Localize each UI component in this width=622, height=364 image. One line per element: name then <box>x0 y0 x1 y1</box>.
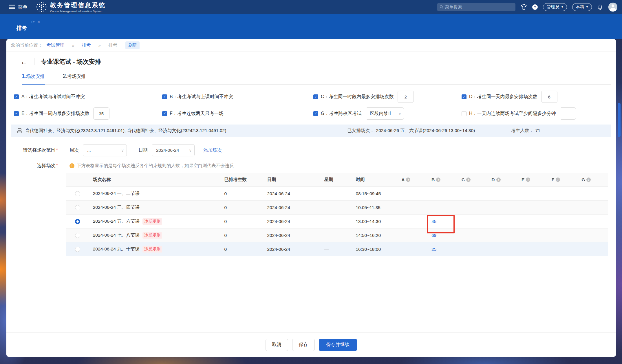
violation-count-link[interactable]: 45 <box>431 219 436 224</box>
rule-d-checkbox[interactable]: ✓ <box>462 94 466 99</box>
session-radio[interactable] <box>75 247 80 252</box>
menu-label[interactable]: 菜单 <box>18 4 28 10</box>
campus-label: 本科 <box>576 4 584 10</box>
scheduled-count-cell: 0 <box>221 191 264 196</box>
rule-e-checkbox[interactable]: ✓ <box>14 111 19 116</box>
week-select-value: ... <box>87 148 91 153</box>
step-tab[interactable]: 2.考场安排 <box>63 73 86 84</box>
rule-c-checkbox[interactable]: ✓ <box>313 94 318 99</box>
rule-a: ✓A：考生考试与考试时间不冲突 <box>14 90 162 103</box>
menu-search-input[interactable] <box>445 5 513 9</box>
session-range-label: 请选择场次范围* <box>11 147 58 153</box>
app-logo-icon <box>36 1 47 13</box>
time-cell: 08:15~09:45 <box>352 191 398 196</box>
table-row: 2024-06-24 五、六节课违反规则02024-06-24—13:00~14… <box>66 215 608 228</box>
rule-a-checkbox[interactable]: ✓ <box>14 94 19 99</box>
radio-cell <box>66 219 89 224</box>
students-value: 71 <box>535 128 540 133</box>
info-icon[interactable]: i <box>526 178 530 182</box>
session-radio[interactable] <box>75 191 80 196</box>
session-name: 2024-06-24 五、六节课 <box>93 218 140 224</box>
col-date: 日期 <box>264 177 321 183</box>
notification-bell-icon[interactable] <box>597 4 603 10</box>
col-rule-f: Fi <box>548 177 578 182</box>
violation-count-link[interactable]: 69 <box>431 233 436 238</box>
rule-b: ✓B：考生考试与上课时间不冲突 <box>162 90 313 103</box>
breadcrumb-refresh-button[interactable]: 刷新 <box>125 41 140 49</box>
help-icon[interactable]: ? <box>532 4 538 10</box>
rule-h-input[interactable] <box>560 107 576 120</box>
tab-close-icon[interactable]: ✕ <box>37 20 41 24</box>
rule-column-letter: E <box>522 177 524 182</box>
campus-dropdown[interactable]: 本科 ▼ <box>572 3 592 11</box>
violation-count-link[interactable]: 25 <box>431 247 436 252</box>
rule-d: ✓D：考生同一天内最多安排场次数 <box>462 90 611 103</box>
step-tab[interactable]: 1.场次安排 <box>22 73 45 85</box>
cross-campus-select[interactable]: 区段内禁止∨ <box>366 107 404 120</box>
session-radio[interactable] <box>75 205 80 210</box>
chevron-down-icon: ∨ <box>121 148 124 153</box>
back-button[interactable]: ← <box>20 58 28 65</box>
scheduled-value: 2024-06-26 五、六节课(2024-06-26 13:00~14:30) <box>376 128 475 133</box>
role-dropdown[interactable]: 管理员 ▼ <box>543 3 567 11</box>
rule-h-checkbox[interactable] <box>462 111 466 116</box>
radio-cell <box>66 205 89 210</box>
session-radio[interactable] <box>75 233 80 238</box>
week-select[interactable]: ...∨ <box>83 144 127 156</box>
col-rule-a: Ai <box>398 177 428 182</box>
table-row: 2024-06-24 七、八节课违反规则02024-06-24—14:50~16… <box>66 228 608 242</box>
col-rule-g: Gi <box>578 177 608 182</box>
step-label: .考场安排 <box>66 74 86 79</box>
add-session-link[interactable]: 添加场次 <box>203 147 222 153</box>
chevron-down-icon: ▼ <box>586 6 588 8</box>
workspace-tab-paikao[interactable]: 排考 <box>17 25 27 32</box>
info-icon[interactable]: i <box>556 178 560 182</box>
breadcrumb-item[interactable]: 排考 <box>82 42 91 48</box>
session-name-cell: 2024-06-24 五、六节课违反规则 <box>89 218 221 225</box>
violation-badge: 违反规则 <box>142 218 162 225</box>
date-cell: 2024-06-24 <box>264 219 321 224</box>
time-cell: 14:50~16:20 <box>352 233 398 238</box>
rule-b-checkbox[interactable]: ✓ <box>162 94 167 99</box>
col-rule-c: Ci <box>458 177 488 182</box>
violation-note: 下方表格显示的是每个场次违反各个约束规则的人数，如果空白则代表不会违反 <box>77 163 234 169</box>
rule-g-checkbox[interactable]: ✓ <box>313 111 318 116</box>
session-range-row: 请选择场次范围* 周次 ...∨ 日期 2024-06-24∨ 添加场次 <box>6 144 616 156</box>
info-icon[interactable]: i <box>496 178 501 182</box>
week-label: 周次 <box>69 147 79 153</box>
info-icon[interactable]: i <box>466 178 471 182</box>
date-cell: 2024-06-24 <box>264 233 321 238</box>
user-avatar[interactable] <box>608 3 617 12</box>
table-row: 2024-06-24 一、二节课02024-06-24—08:15~09:45 <box>66 187 608 201</box>
student-count-info: 考生人数：71 <box>511 128 540 134</box>
theme-skin-icon[interactable] <box>521 4 527 10</box>
tab-refresh-icon[interactable]: ⟳ <box>31 20 35 24</box>
scheduled-label: 已安排场次： <box>347 128 374 133</box>
date-cell: 2024-06-24 <box>264 247 321 252</box>
scrollbar-thumb[interactable] <box>618 103 621 137</box>
save-button[interactable]: 保存 <box>292 339 315 351</box>
table-row: 2024-06-24 九、十节课违反规则02024-06-24—16:30~18… <box>66 242 608 256</box>
rule-f-checkbox[interactable]: ✓ <box>162 111 167 116</box>
info-icon[interactable]: i <box>436 178 440 182</box>
rule-b-value-cell: 45 <box>428 219 458 224</box>
title-row: ← 专业课笔试 - 场次安排 <box>6 52 616 67</box>
time-cell: 10:05~11:35 <box>352 205 398 210</box>
app-title: 教务管理信息系统 <box>50 1 106 9</box>
rule-e-input[interactable] <box>93 107 109 120</box>
rule-label: C：考生同一时段内最多安排场次数 <box>321 94 394 100</box>
rule-c-input[interactable] <box>398 91 414 103</box>
select-session-row: 选择场次* ! 下方表格显示的是每个场次违反各个约束规则的人数，如果空白则代表不… <box>6 163 616 169</box>
weekday-cell: — <box>321 191 352 196</box>
info-icon[interactable]: i <box>586 178 591 182</box>
date-select[interactable]: 2024-06-24∨ <box>152 144 195 156</box>
info-icon[interactable]: i <box>406 178 410 182</box>
step-number: 1 <box>22 73 25 79</box>
rule-label: H：一天内连续两场考试至少间隔多少分钟 <box>469 111 556 117</box>
cancel-button[interactable]: 取消 <box>266 339 288 351</box>
session-radio[interactable] <box>75 219 80 224</box>
rule-d-input[interactable] <box>541 91 557 103</box>
hamburger-menu-icon[interactable] <box>9 5 15 9</box>
save-and-continue-button[interactable]: 保存并继续 <box>319 339 357 351</box>
breadcrumb-item[interactable]: 考试管理 <box>47 42 65 48</box>
